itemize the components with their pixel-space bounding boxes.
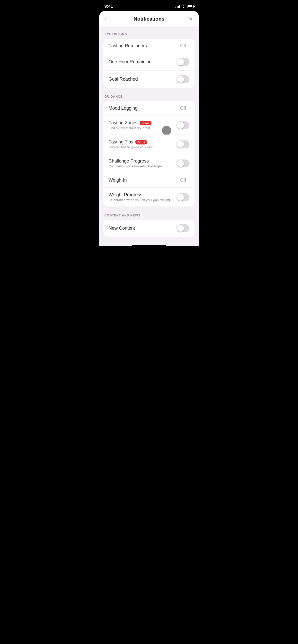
content-area: SCHEDULING Fasting Reminders Off › One H… — [99, 26, 199, 243]
row-subtitle: Celebration when you hit your goal weigh… — [109, 198, 177, 202]
close-button[interactable]: ✕ — [189, 16, 193, 22]
status-icons — [175, 4, 194, 8]
row-value: Off — [180, 43, 186, 49]
scheduling-card: Fasting Reminders Off › One Hour Remaini… — [103, 39, 195, 88]
one-hour-toggle[interactable] — [177, 58, 189, 66]
list-item[interactable]: Fasting Reminders Off › — [103, 39, 195, 53]
status-bar: 9:41 — [99, 0, 199, 11]
fasting-tips-toggle[interactable] — [177, 140, 189, 148]
status-time: 9:41 — [104, 4, 113, 9]
content-news-card: New Content — [103, 220, 195, 237]
row-title: Fasting Reminders — [109, 43, 147, 48]
chevron-right-icon: › — [188, 44, 189, 48]
goal-reached-toggle[interactable] — [177, 75, 189, 83]
list-item: Fasting Zones Zero+ Find out what fuels … — [103, 115, 195, 135]
fasting-zones-toggle[interactable] — [177, 121, 189, 129]
row-title: Fasting Tips — [109, 139, 133, 145]
page-title: Notifications — [133, 16, 164, 22]
row-title: New Content — [109, 226, 135, 231]
row-title: Goal Reached — [109, 77, 138, 82]
tooltip-dot[interactable] — [162, 126, 171, 135]
row-title: One Hour Remaining — [109, 59, 152, 64]
new-content-toggle[interactable] — [177, 224, 189, 232]
zero-plus-badge: Zero+ — [140, 121, 152, 125]
chevron-right-icon: › — [188, 178, 189, 183]
back-button[interactable]: ‹ — [105, 16, 107, 22]
row-value: Off — [180, 178, 186, 183]
weight-progress-toggle[interactable] — [177, 193, 189, 201]
list-item: One Hour Remaining — [103, 53, 195, 70]
row-title: Fasting Zones — [109, 120, 138, 126]
list-item: Fasting Tips Zero+ Curated tips to guide… — [103, 135, 195, 154]
list-item[interactable]: Mood Logging Off › — [103, 101, 195, 115]
row-subtitle: Curated tips to guide your fast — [109, 145, 177, 149]
nav-header: ‹ Notifications ✕ — [99, 11, 199, 26]
wifi-icon — [182, 4, 186, 8]
row-subtitle: Completion stats towards challenges — [109, 164, 177, 168]
section-label-guidance: GUIDANCE — [103, 95, 195, 98]
list-item: Goal Reached — [103, 70, 195, 88]
row-value: Off — [180, 106, 186, 111]
battery-icon — [187, 5, 194, 8]
row-title: Weight Progress — [109, 192, 142, 197]
list-item[interactable]: Weigh-In Off › — [103, 173, 195, 187]
section-label-scheduling: SCHEDULING — [103, 33, 195, 36]
chevron-right-icon: › — [188, 106, 189, 111]
section-label-content: CONTENT AND NEWS — [103, 214, 195, 217]
list-item: New Content — [103, 220, 195, 237]
home-indicator — [132, 245, 166, 246]
page-container: ‹ Notifications ✕ SCHEDULING Fasting Rem… — [99, 11, 199, 246]
zero-plus-badge: Zero+ — [135, 140, 147, 144]
row-title: Challenge Progress — [109, 158, 149, 164]
signal-icon — [175, 5, 180, 8]
list-item: Weight Progress Celebration when you hit… — [103, 187, 195, 207]
row-title: Mood Logging — [109, 106, 138, 111]
row-title: Weigh-In — [109, 178, 127, 183]
guidance-card: Mood Logging Off › Fasting Zones Zero+ F… — [103, 101, 195, 207]
list-item: Challenge Progress Completion stats towa… — [103, 154, 195, 173]
challenge-progress-toggle[interactable] — [177, 159, 189, 167]
